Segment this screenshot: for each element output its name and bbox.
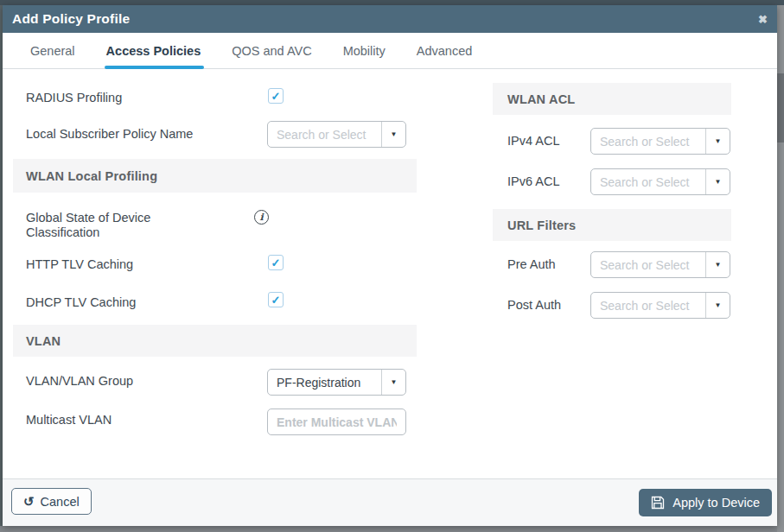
vlan-group-select[interactable]: PF-Registration ▼ — [267, 369, 406, 396]
info-icon[interactable]: i — [254, 210, 269, 225]
close-icon[interactable]: ✖ — [758, 14, 768, 25]
section-wlan-local-profiling: WLAN Local Profiling — [13, 159, 417, 193]
http-tlv-caching-checkbox[interactable]: ✓ — [268, 255, 284, 270]
chevron-down-icon: ▼ — [705, 129, 730, 154]
pre-auth-label: Pre Auth — [507, 257, 556, 272]
apply-to-device-label: Apply to Device — [672, 496, 760, 510]
vlan-group-value: PF-Registration — [268, 376, 381, 390]
ipv4-acl-label: IPv4 ACL — [507, 134, 559, 149]
local-subscriber-policy-name-placeholder: Search or Select — [268, 128, 381, 142]
section-vlan: VLAN — [13, 325, 417, 357]
add-policy-profile-dialog: Add Policy Profile ✖ General Access Poli… — [3, 5, 777, 526]
tab-mobility[interactable]: Mobility — [328, 33, 401, 68]
chevron-down-icon: ▼ — [705, 252, 730, 277]
ipv6-acl-select[interactable]: Search or Select ▼ — [590, 168, 730, 195]
http-tlv-caching-label: HTTP TLV Caching — [26, 257, 133, 272]
dialog-title: Add Policy Profile — [12, 11, 130, 27]
multicast-vlan-input[interactable] — [267, 408, 406, 435]
tab-general[interactable]: General — [15, 33, 91, 68]
ipv4-acl-select[interactable]: Search or Select ▼ — [590, 128, 730, 155]
check-icon: ✓ — [271, 90, 281, 103]
section-url-filters: URL Filters — [493, 209, 731, 241]
dhcp-tlv-caching-checkbox[interactable]: ✓ — [268, 292, 284, 307]
ipv6-acl-placeholder: Search or Select — [591, 175, 705, 189]
undo-icon: ↺ — [23, 495, 35, 508]
apply-to-device-button[interactable]: Apply to Device — [639, 489, 772, 516]
dhcp-tlv-caching-label: DHCP TLV Caching — [26, 295, 136, 310]
tab-advanced[interactable]: Advanced — [401, 33, 488, 68]
vlan-group-label: VLAN/VLAN Group — [26, 374, 133, 389]
tab-qos-and-avc[interactable]: QOS and AVC — [216, 33, 327, 68]
ipv4-acl-placeholder: Search or Select — [591, 135, 705, 149]
ipv6-acl-label: IPv6 ACL — [507, 174, 559, 189]
tab-bar: General Access Policies QOS and AVC Mobi… — [3, 33, 777, 69]
post-auth-label: Post Auth — [507, 298, 561, 313]
local-subscriber-policy-name-select[interactable]: Search or Select ▼ — [267, 121, 406, 148]
save-icon — [651, 496, 665, 510]
page-scrollbar-thumb[interactable] — [777, 73, 784, 142]
radius-profiling-label: RADIUS Profiling — [26, 91, 122, 105]
local-subscriber-policy-name-label: Local Subscriber Policy Name — [26, 127, 193, 142]
check-icon: ✓ — [271, 294, 281, 307]
tab-access-policies[interactable]: Access Policies — [91, 33, 217, 68]
post-auth-placeholder: Search or Select — [591, 299, 705, 313]
multicast-vlan-label: Multicast VLAN — [26, 413, 112, 428]
chevron-down-icon: ▼ — [381, 370, 405, 395]
check-icon: ✓ — [271, 256, 281, 269]
global-state-label: Global State of Device Classification — [26, 211, 216, 241]
dialog-titlebar: Add Policy Profile ✖ — [3, 5, 777, 33]
dialog-content: RADIUS Profiling ✓ Local Subscriber Poli… — [3, 69, 777, 479]
cancel-button[interactable]: ↺ Cancel — [11, 488, 92, 515]
chevron-down-icon: ▼ — [381, 122, 405, 147]
cancel-button-label: Cancel — [41, 495, 80, 509]
radius-profiling-checkbox[interactable]: ✓ — [268, 88, 284, 104]
dialog-footer: ↺ Cancel Apply to Device — [3, 478, 777, 526]
section-wlan-acl: WLAN ACL — [493, 83, 731, 115]
chevron-down-icon: ▼ — [705, 169, 730, 194]
chevron-down-icon: ▼ — [705, 293, 730, 318]
post-auth-select[interactable]: Search or Select ▼ — [590, 292, 730, 319]
pre-auth-placeholder: Search or Select — [591, 258, 705, 272]
pre-auth-select[interactable]: Search or Select ▼ — [590, 251, 730, 278]
